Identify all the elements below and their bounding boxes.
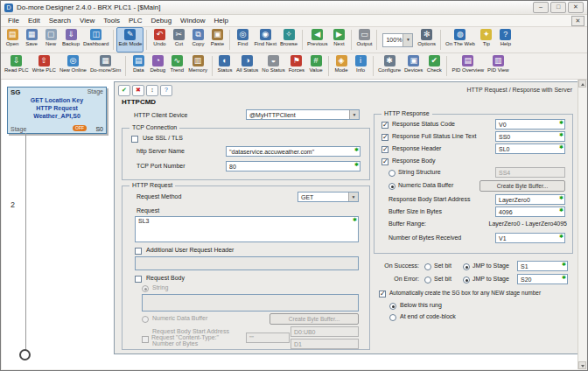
success-stage-field[interactable]: S1 ✱ — [517, 261, 568, 271]
stage-box[interactable]: SG Stage GET Location Key HTTP Request W… — [7, 87, 107, 134]
toolbar-do-more-sim[interactable]: ▦Do-more/Sim — [88, 53, 122, 79]
response-header-checkbox[interactable] — [382, 146, 388, 153]
toolbar-label: Help — [500, 41, 511, 46]
toolbar-no-status[interactable]: ◒No Status — [260, 53, 286, 79]
tcp-port-field[interactable]: 80 ✱ — [226, 161, 360, 172]
response-status-checkbox[interactable] — [382, 122, 388, 129]
menu-help[interactable]: Help — [210, 16, 233, 25]
toolbar-find-next[interactable]: ◉Find Next — [252, 27, 278, 52]
menu-window[interactable]: Window — [176, 16, 209, 25]
toolbar-previous[interactable]: ◀Previous — [305, 27, 329, 52]
error-stage-field[interactable]: S20 ✱ — [517, 274, 568, 284]
toolbar-options[interactable]: ✻Options — [416, 27, 438, 52]
toolbar-status[interactable]: ◐Status — [215, 53, 234, 79]
toolbar-copy[interactable]: ⧉Copy — [188, 27, 207, 52]
server-name-field[interactable]: "dataservice.accuweather.com" ✱ — [226, 146, 360, 157]
vertical-scrollbar[interactable] — [578, 80, 586, 369]
below-rung-radio[interactable] — [389, 303, 396, 310]
toolbar-data[interactable]: ▤Data — [129, 53, 148, 79]
tcp-connection-group: TCP Connection Use SSL / TLS http Server… — [122, 128, 370, 180]
toolbar-new-online[interactable]: ◎New Online — [58, 53, 88, 79]
help-icon[interactable]: ? — [160, 85, 172, 96]
toolbar-check[interactable]: ✔Check — [424, 53, 444, 79]
auto-sg-checkbox[interactable] — [379, 290, 386, 298]
toolbar-new[interactable]: ▢New — [41, 27, 60, 52]
success-jmp-radio[interactable] — [463, 263, 470, 270]
request-body-checkbox[interactable] — [135, 276, 142, 283]
toolbar-pid-view[interactable]: ▥PID View — [486, 53, 511, 79]
response-numeric-radio[interactable] — [388, 183, 396, 190]
toolbar-write-plc[interactable]: ⇧Write PLC — [31, 53, 58, 79]
toolbar-dashboard[interactable]: ◫Dashboard — [81, 27, 110, 52]
toolbar-pid-overview[interactable]: ▤PID Overview — [450, 53, 486, 79]
toolbar-save[interactable]: ▦Save — [22, 27, 41, 52]
menu-search[interactable]: Search — [45, 16, 75, 25]
toolbar-browse[interactable]: ✧Browse — [278, 27, 299, 52]
response-full-status-field[interactable]: SS0 ✱ — [495, 131, 565, 142]
toolbar-mode[interactable]: ◈Mode — [332, 53, 351, 79]
request-textarea[interactable]: SL3 ✱ — [135, 216, 359, 242]
mdi-close-icon[interactable]: ✕ — [571, 16, 584, 26]
client-device-value: @MyHTTPClient — [249, 112, 296, 118]
toolbar-find[interactable]: ◎Find — [233, 27, 252, 52]
error-jmp-radio[interactable] — [463, 276, 470, 284]
toolbar-configure[interactable]: ✱Configure — [376, 53, 402, 79]
buffer-size-field[interactable]: 4096 ✱ — [495, 206, 565, 217]
menu-edit[interactable]: Edit — [24, 16, 45, 25]
toolbar-next[interactable]: ▶Next — [329, 27, 348, 52]
menu-plc[interactable]: PLC — [124, 16, 147, 25]
response-body-checkbox[interactable] — [382, 158, 388, 165]
toolbar-output[interactable]: ▭Output — [354, 27, 374, 52]
success-set-bit-radio[interactable] — [424, 263, 431, 270]
accept-icon[interactable]: ✔ — [118, 85, 130, 96]
end-codeblock-radio[interactable] — [389, 314, 396, 321]
toolbar-trend[interactable]: ∿Trend — [167, 53, 186, 79]
toolbar-cut[interactable]: ✂Cut — [169, 27, 188, 52]
toolbar-open[interactable]: ▤Open — [3, 27, 22, 52]
buffer-range-label: Buffer Range: — [388, 220, 426, 227]
bytes-received-field[interactable]: V1 ✱ — [495, 233, 565, 243]
toolbar-help[interactable]: ?Help — [496, 27, 515, 52]
chevron-down-icon[interactable]: ▼ — [349, 110, 359, 119]
response-start-addr-field[interactable]: LayerZero0 ✱ — [495, 194, 565, 205]
response-create-buffer-button[interactable]: Create Byte Buffer... — [480, 180, 565, 192]
menu-file[interactable]: File — [4, 16, 24, 25]
toolbar-on-the-web[interactable]: ◍On The Web — [444, 27, 477, 52]
zoom-combo[interactable]: 100%▼ — [382, 33, 413, 47]
request-method-combo[interactable]: GET ▼ — [298, 192, 359, 202]
menu-debug[interactable]: Debug — [147, 16, 177, 25]
toolbar-all-status[interactable]: ◑All Status — [234, 53, 260, 79]
menu-tools[interactable]: Tools — [99, 16, 124, 25]
toolbar-forces[interactable]: ⚑Forces — [287, 53, 306, 79]
chevron-down-icon[interactable]: ▼ — [402, 34, 412, 46]
additional-header-checkbox[interactable] — [135, 248, 142, 255]
toolbar-tip[interactable]: ✦Tip — [477, 27, 496, 52]
toolbar-info[interactable]: iInfo — [351, 53, 370, 79]
toolbar-backup[interactable]: ⇓Backup — [60, 27, 81, 52]
response-header-field[interactable]: SL0 ✱ — [495, 144, 565, 154]
client-device-combo[interactable]: @MyHTTPClient ▼ — [246, 109, 360, 120]
minimize-icon[interactable]: – — [533, 2, 549, 13]
swap-icon[interactable]: ↕ — [146, 85, 158, 96]
scroll-down-icon[interactable] — [578, 361, 586, 369]
toolbar-edit-mode[interactable]: ✎Edit Mode — [116, 27, 144, 52]
toolbar-paste[interactable]: ▣Paste — [207, 27, 227, 52]
response-status-field[interactable]: V0 ✱ — [495, 119, 565, 130]
toolbar-devices[interactable]: ▣Devices — [402, 53, 424, 79]
maximize-icon[interactable]: □ — [550, 2, 566, 13]
string-structure-radio[interactable] — [388, 170, 396, 177]
chevron-down-icon[interactable]: ▼ — [348, 192, 358, 201]
toolbar-memory[interactable]: ▥Memory — [186, 53, 209, 79]
scroll-up-icon[interactable] — [578, 80, 586, 88]
toolbar-debug[interactable]: ◔Debug — [148, 53, 167, 79]
success-stage-value: S1 — [521, 263, 528, 270]
toolbar-read-plc[interactable]: ⇩Read PLC — [3, 53, 31, 79]
error-set-bit-radio[interactable] — [424, 276, 431, 284]
response-full-status-checkbox[interactable] — [382, 134, 388, 141]
close-icon[interactable]: ✕ — [568, 2, 584, 13]
ssl-checkbox[interactable] — [131, 136, 138, 143]
toolbar-value[interactable]: #Value — [306, 53, 326, 79]
toolbar-undo[interactable]: ↶Undo — [150, 27, 169, 52]
menu-view[interactable]: View — [75, 16, 99, 25]
cancel-icon[interactable]: ✖ — [132, 85, 144, 96]
